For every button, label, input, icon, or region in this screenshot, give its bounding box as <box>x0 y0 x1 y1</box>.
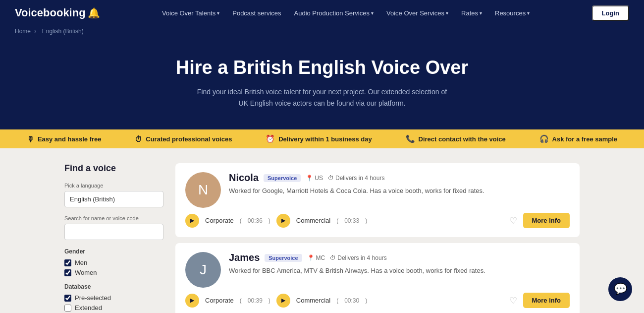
gender-men-label: Men <box>75 259 87 266</box>
audio-type-commercial: Commercial <box>296 217 330 224</box>
clock-icon: ⏱ <box>328 175 334 182</box>
voice-list: N Nicola Supervoice 📍 US ⏱ Delivers in 4… <box>175 163 580 313</box>
audio-duration-comm-close: ) <box>365 217 367 224</box>
audio-dur-comm-close: ) <box>365 297 367 304</box>
voice-card-nicola: N Nicola Supervoice 📍 US ⏱ Delivers in 4… <box>175 163 580 237</box>
hero-title: Hire a British English Voice Over <box>10 57 634 79</box>
audio-type-corporate: Corporate <box>205 217 234 224</box>
supervoice-badge-james: Supervoice <box>265 254 302 262</box>
database-preselected[interactable]: Pre-selected <box>64 294 163 302</box>
audio-duration-commercial: ( <box>336 217 338 224</box>
microphone-icon: 🎙 <box>27 135 34 143</box>
audio-duration-corp-val: 00:36 <box>248 217 263 224</box>
audio-duration-comm-val: 00:33 <box>344 217 359 224</box>
timer-icon: ⏱ <box>135 135 142 143</box>
feature-direct-label: Direct contact with the voice <box>419 135 506 143</box>
avatar-james: J <box>185 252 221 288</box>
database-label: Database <box>64 283 163 290</box>
logo-icon: 🔔 <box>88 7 100 19</box>
voice-card-bottom: ▶ Corporate ( 00:36 ) ▶ Commercial ( 00:… <box>185 213 570 228</box>
voice-name-row: Nicola Supervoice 📍 US ⏱ Delivers in 4 h… <box>229 172 570 184</box>
location-badge-james: 📍 MC <box>307 254 325 261</box>
play-button-commercial-james[interactable]: ▶ <box>276 294 290 308</box>
logo[interactable]: Voicebooking 🔔 <box>15 6 100 19</box>
chevron-down-icon: ▾ <box>446 10 448 16</box>
chevron-down-icon: ▾ <box>217 10 219 16</box>
voice-card-james: J James Supervoice 📍 MC ⏱ Delivers in 4 … <box>175 243 580 313</box>
audio-dur-corp-close: ) <box>268 297 270 304</box>
voice-name-james: James <box>229 252 260 263</box>
gender-group: Gender Men Women <box>64 248 163 276</box>
feature-curated-label: Curated professional voices <box>146 135 232 143</box>
breadcrumb-separator: › <box>34 28 36 35</box>
nav-podcast-services[interactable]: Podcast services <box>227 6 286 20</box>
hero-section: Hire a British English Voice Over Find y… <box>0 39 644 129</box>
chevron-down-icon: ▾ <box>527 10 530 16</box>
audio-type-corp-james: Corporate <box>205 297 234 304</box>
voice-card-top: N Nicola Supervoice 📍 US ⏱ Delivers in 4… <box>185 172 570 208</box>
favorite-button-nicola[interactable]: ♡ <box>509 215 517 226</box>
audio-dur-comm-open: ( <box>336 297 338 304</box>
logo-text: Voicebooking <box>15 6 86 19</box>
gender-men-checkbox[interactable] <box>64 259 71 266</box>
database-extended-checkbox[interactable] <box>64 305 71 312</box>
location-icon: 📍 <box>306 175 313 182</box>
main-content: Find a voice Pick a language English (Br… <box>50 148 594 313</box>
search-input[interactable] <box>64 224 163 240</box>
login-button[interactable]: Login <box>592 5 629 21</box>
voice-card-top-james: J James Supervoice 📍 MC ⏱ Delivers in 4 … <box>185 252 570 288</box>
clock-icon: ⏱ <box>330 254 336 261</box>
feature-sample: 🎧 Ask for a free sample <box>539 134 618 143</box>
voice-desc: Worked for Google, Marriott Hotels & Coc… <box>229 186 570 196</box>
play-button-corporate-james[interactable]: ▶ <box>185 294 199 308</box>
nav-voice-over-talents[interactable]: Voice Over Talents ▾ <box>157 6 224 20</box>
feature-curated: ⏱ Curated professional voices <box>135 135 232 143</box>
audio-duration-corp-close: ) <box>268 217 270 224</box>
more-info-button-nicola[interactable]: More info <box>523 213 570 228</box>
database-group: Database Pre-selected Extended <box>64 283 163 312</box>
voice-card-bottom-james: ▶ Corporate ( 00:39 ) ▶ Commercial ( 00:… <box>185 293 570 308</box>
database-preselected-checkbox[interactable] <box>64 295 71 302</box>
features-bar: 🎙 Easy and hassle free ⏱ Curated profess… <box>0 129 644 148</box>
database-extended-label: Extended <box>75 304 102 312</box>
voice-info-james: James Supervoice 📍 MC ⏱ Delivers in 4 ho… <box>229 252 570 276</box>
chevron-down-icon: ▾ <box>371 10 374 16</box>
play-button-commercial-nicola[interactable]: ▶ <box>276 214 290 228</box>
feature-direct: 📞 Direct contact with the voice <box>406 134 506 143</box>
chevron-down-icon: ▾ <box>480 10 482 16</box>
headphone-icon: 🎧 <box>539 134 549 143</box>
nav-links: Voice Over Talents ▾ Podcast services Au… <box>157 6 535 20</box>
supervoice-badge: Supervoice <box>264 174 301 182</box>
breadcrumb-current: English (British) <box>42 28 84 35</box>
gender-women-checkbox[interactable] <box>64 269 71 276</box>
nav-voice-over-services[interactable]: Voice Over Services ▾ <box>381 6 453 20</box>
chat-icon: 💬 <box>614 283 627 296</box>
sidebar: Find a voice Pick a language English (Br… <box>64 163 163 313</box>
hero-description: Find your ideal British voice talent for… <box>193 86 451 110</box>
feature-sample-label: Ask for a free sample <box>552 135 618 143</box>
audio-dur-corp-open: ( <box>240 297 242 304</box>
delivery-badge-james: ⏱ Delivers in 4 hours <box>330 254 386 261</box>
voice-info-nicola: Nicola Supervoice 📍 US ⏱ Delivers in 4 h… <box>229 172 570 196</box>
nav-audio-production[interactable]: Audio Production Services ▾ <box>289 6 378 20</box>
nav-rates[interactable]: Rates ▾ <box>456 6 487 20</box>
gender-women[interactable]: Women <box>64 269 163 276</box>
audio-dur-comm-james: 00:30 <box>344 297 359 304</box>
search-label: Search for name or voice code <box>64 215 163 221</box>
clock-icon: ⏰ <box>266 134 275 143</box>
phone-icon: 📞 <box>406 134 415 143</box>
audio-type-comm-james: Commercial <box>296 297 330 304</box>
gender-men[interactable]: Men <box>64 259 163 266</box>
language-select[interactable]: English (British) <box>64 191 163 207</box>
voice-desc-james: Worked for BBC America, MTV & British Ai… <box>229 266 570 276</box>
play-button-corporate-nicola[interactable]: ▶ <box>185 214 199 228</box>
favorite-button-james[interactable]: ♡ <box>509 295 517 306</box>
breadcrumb-home[interactable]: Home <box>15 28 31 35</box>
avatar-nicola: N <box>185 172 221 208</box>
more-info-button-james[interactable]: More info <box>523 293 570 308</box>
nav-resources[interactable]: Resources ▾ <box>490 6 535 20</box>
chat-bubble[interactable]: 💬 <box>608 277 632 301</box>
breadcrumb: Home › English (British) <box>0 26 644 39</box>
database-extended[interactable]: Extended <box>64 304 163 312</box>
feature-easy: 🎙 Easy and hassle free <box>27 135 102 143</box>
